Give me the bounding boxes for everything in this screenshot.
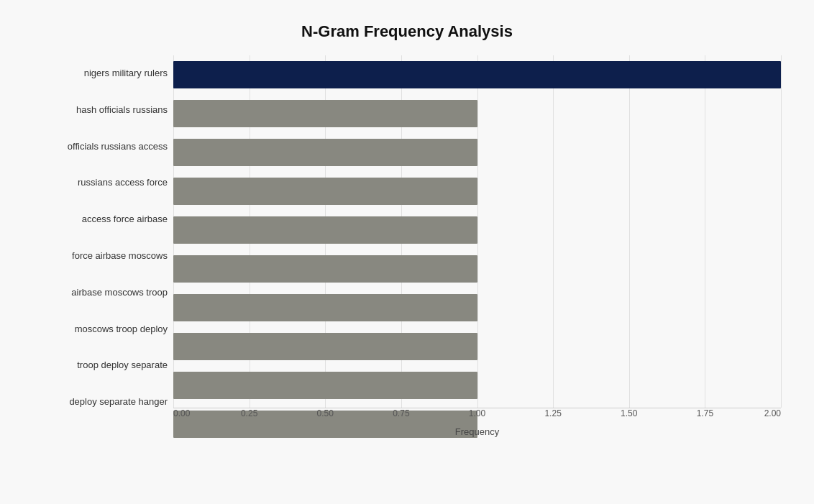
chart-title: N-Gram Frequency Analysis bbox=[33, 22, 781, 41]
bars-and-xaxis: 0.000.250.500.751.001.251.501.752.00 Fre… bbox=[173, 55, 781, 444]
y-axis: nigers military rulershash officials rus… bbox=[33, 55, 173, 444]
bar-row-6 bbox=[173, 288, 781, 327]
bar-row-0 bbox=[173, 55, 781, 94]
x-tick-5: 1.25 bbox=[544, 408, 561, 418]
x-axis-label: Frequency bbox=[173, 426, 781, 437]
bar-4 bbox=[173, 216, 477, 244]
bar-6 bbox=[173, 294, 477, 321]
y-label-1: hash officials russians bbox=[33, 91, 168, 128]
x-tick-1: 0.25 bbox=[241, 408, 257, 418]
x-tick-2: 0.50 bbox=[317, 408, 334, 418]
x-tick-0: 0.00 bbox=[173, 408, 190, 418]
y-label-6: airbase moscows troop bbox=[33, 274, 168, 311]
grid-line-8 bbox=[781, 55, 782, 408]
x-axis: 0.000.250.500.751.001.251.501.752.00 Fre… bbox=[173, 408, 781, 444]
bar-row-8 bbox=[173, 366, 781, 405]
chart-container: N-Gram Frequency Analysis nigers militar… bbox=[12, 8, 802, 497]
y-label-3: russians access force bbox=[33, 165, 168, 201]
x-ticks-row: 0.000.250.500.751.001.251.501.752.00 bbox=[173, 408, 781, 423]
bar-1 bbox=[173, 100, 477, 127]
bar-8 bbox=[173, 372, 477, 399]
bar-row-2 bbox=[173, 133, 781, 172]
bar-row-3 bbox=[173, 172, 781, 211]
y-label-5: force airbase moscows bbox=[33, 237, 168, 274]
bar-row-1 bbox=[173, 94, 781, 133]
y-label-0: nigers military rulers bbox=[33, 55, 168, 92]
bar-2 bbox=[173, 139, 477, 166]
chart-area: nigers military rulershash officials rus… bbox=[33, 55, 781, 444]
bar-row-5 bbox=[173, 249, 781, 288]
bar-row-7 bbox=[173, 327, 781, 366]
bar-3 bbox=[173, 178, 477, 205]
x-tick-3: 0.75 bbox=[393, 408, 409, 418]
bar-7 bbox=[173, 333, 477, 360]
x-tick-4: 1.00 bbox=[469, 408, 485, 418]
x-tick-8: 2.00 bbox=[764, 408, 781, 418]
bar-row-4 bbox=[173, 211, 781, 249]
bar-0 bbox=[173, 61, 781, 88]
x-tick-6: 1.50 bbox=[621, 408, 637, 418]
y-label-9: deploy separate hanger bbox=[33, 384, 168, 421]
x-tick-7: 1.75 bbox=[697, 408, 713, 418]
bars-area bbox=[173, 55, 781, 408]
y-label-7: moscows troop deploy bbox=[33, 311, 168, 347]
y-label-2: officials russians access bbox=[33, 128, 168, 165]
y-label-4: access force airbase bbox=[33, 201, 168, 238]
bar-5 bbox=[173, 255, 477, 283]
bars-wrapper bbox=[173, 55, 781, 408]
y-label-8: troop deploy separate bbox=[33, 347, 168, 384]
